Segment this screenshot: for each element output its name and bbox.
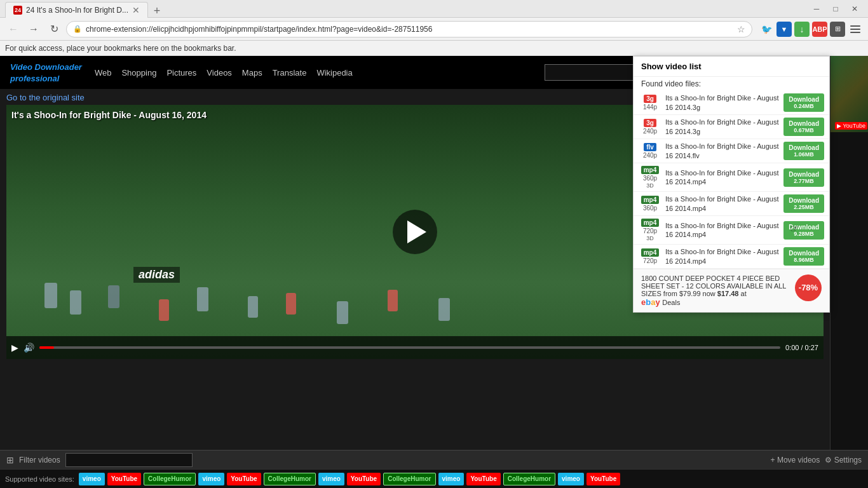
badge-vimeo-4: vimeo bbox=[438, 473, 465, 485]
tab-title: 24 It's a Shoo-In for Bright D... bbox=[26, 6, 128, 15]
panel-title: Show video list bbox=[634, 57, 829, 77]
reload-button[interactable]: ↻ bbox=[46, 21, 62, 37]
download-button-4[interactable]: Download2.77MB bbox=[783, 168, 824, 187]
forward-button[interactable]: → bbox=[25, 21, 42, 37]
twitter-icon[interactable]: 🐦 bbox=[759, 22, 774, 37]
nav-web[interactable]: Web bbox=[95, 68, 112, 78]
player-1 bbox=[44, 283, 57, 308]
tab-close-button[interactable]: ✕ bbox=[132, 5, 140, 15]
filename-2: Its a Shoo-In for Bright Dike - August 1… bbox=[665, 118, 780, 136]
player-8 bbox=[337, 301, 348, 324]
download-button-2[interactable]: Download0.67MB bbox=[783, 118, 824, 136]
play-control-button[interactable]: ▶ bbox=[11, 342, 18, 353]
filter-label: Filter videos bbox=[19, 456, 60, 464]
badge-college-3: CollegeHumor bbox=[383, 473, 435, 485]
thumb-bg bbox=[831, 56, 868, 132]
back-button[interactable]: ← bbox=[5, 21, 22, 37]
badge-college-1: CollegeHumor bbox=[144, 473, 196, 485]
nav-pictures[interactable]: Pictures bbox=[166, 68, 196, 78]
video-row: mp4 360p Its a Shoo-In for Bright Dike -… bbox=[634, 192, 829, 216]
video-title: It's a Shoo-In for Bright Dike - August … bbox=[11, 110, 207, 120]
minimize-button[interactable]: ─ bbox=[808, 3, 825, 15]
filter-input[interactable] bbox=[65, 453, 193, 467]
filename-6: Its a Shoo-In for Bright Dike - August 1… bbox=[665, 221, 780, 240]
move-videos-button[interactable]: + Move videos bbox=[771, 456, 820, 464]
site-logo: Video Downloader professional bbox=[10, 61, 82, 84]
format-3d-6: 3D bbox=[646, 235, 654, 241]
play-icon bbox=[407, 220, 426, 243]
extension-icon-1[interactable]: ▼ bbox=[776, 22, 792, 37]
logo-sub: professional bbox=[10, 74, 59, 83]
settings-button[interactable]: ⚙ Settings bbox=[825, 456, 862, 464]
titlebar: 24 24 It's a Shoo-In for Bright D... ✕ +… bbox=[0, 0, 868, 18]
supported-label: Supported video sites: bbox=[5, 475, 74, 483]
player-6 bbox=[248, 296, 258, 318]
format-type-7: mp4 bbox=[641, 248, 660, 257]
format-badge-2: 3g 240p bbox=[639, 119, 661, 135]
address-bar[interactable]: 🔒 chrome-extension://elicpjhcidhpjomhibi… bbox=[66, 21, 752, 37]
play-button[interactable] bbox=[393, 210, 437, 254]
format-type-4: mp4 bbox=[641, 166, 660, 174]
maximize-button[interactable]: □ bbox=[827, 3, 844, 15]
progress-bar[interactable] bbox=[39, 346, 780, 349]
chrome-menu-button[interactable] bbox=[848, 22, 863, 37]
player-9 bbox=[388, 290, 398, 311]
tab-favicon: 24 bbox=[13, 6, 22, 15]
format-res-1: 144p bbox=[643, 104, 657, 111]
nav-translate[interactable]: Translate bbox=[273, 68, 307, 78]
adblock-icon[interactable]: ABP bbox=[812, 22, 827, 37]
download-button-1[interactable]: Download0.24MB bbox=[783, 93, 824, 112]
active-tab[interactable]: 24 24 It's a Shoo-In for Bright D... ✕ bbox=[5, 2, 148, 18]
player-5 bbox=[197, 287, 208, 311]
video-row: mp4 720p 3D Its a Shoo-In for Bright Dik… bbox=[634, 216, 829, 245]
tab-bar: 24 24 It's a Shoo-In for Bright D... ✕ + bbox=[5, 0, 166, 18]
format-res-4: 360p bbox=[643, 175, 657, 182]
download-icon[interactable]: ↓ bbox=[794, 22, 810, 37]
nav-videos[interactable]: Videos bbox=[207, 68, 232, 78]
player-2 bbox=[70, 290, 81, 315]
video-row: mp4 360p 3D Its a Shoo-In for Bright Dik… bbox=[634, 163, 829, 192]
player-10 bbox=[438, 298, 450, 321]
filename-1: Its a Shoo-In for Bright Dike - August 1… bbox=[665, 93, 780, 112]
download-button-6[interactable]: Download9.28MB bbox=[783, 221, 824, 240]
format-type-3: flv bbox=[644, 143, 656, 151]
download-button-7[interactable]: Download8.96MB bbox=[783, 247, 824, 266]
close-button[interactable]: ✕ bbox=[846, 3, 863, 15]
format-badge-1: 3g 144p bbox=[639, 95, 661, 111]
format-badge-7: mp4 720p bbox=[639, 248, 661, 264]
extension-icon-2[interactable]: ⊞ bbox=[830, 22, 845, 37]
time-display: 0:00 / 0:27 bbox=[785, 344, 818, 351]
volume-button[interactable]: 🔊 bbox=[24, 342, 34, 353]
format-res-6: 720p bbox=[643, 227, 657, 234]
new-tab-button[interactable]: + bbox=[148, 5, 166, 18]
format-badge-6: mp4 720p 3D bbox=[639, 219, 661, 241]
badge-vimeo-5: vimeo bbox=[558, 473, 584, 485]
video-row: 3g 240p Its a Shoo-In for Bright Dike - … bbox=[634, 115, 829, 139]
grid-icon[interactable]: ⊞ bbox=[6, 455, 14, 465]
bookmark-star-icon[interactable]: ☆ bbox=[737, 24, 745, 34]
badge-youtube-1: YouTube bbox=[107, 473, 141, 485]
found-label: Found video files: bbox=[634, 77, 829, 91]
nav-maps[interactable]: Maps bbox=[242, 68, 262, 78]
ad-source: Deals bbox=[662, 299, 680, 306]
youtube-logo: ▶ YouTube bbox=[835, 122, 867, 130]
ebay-logo: ebay bbox=[641, 297, 662, 307]
download-button-5[interactable]: Download2.25MB bbox=[783, 194, 824, 213]
nav-wikipedia[interactable]: Wikipedia bbox=[316, 68, 352, 78]
thumbnail-image[interactable]: ▶ YouTube bbox=[831, 56, 868, 132]
badge-youtube-3: YouTube bbox=[347, 473, 381, 485]
player-3 bbox=[108, 285, 119, 308]
nav-shopping[interactable]: Shopping bbox=[121, 68, 156, 78]
badge-youtube-5: YouTube bbox=[587, 473, 620, 485]
download-button-3[interactable]: Download1.06MB bbox=[783, 142, 824, 160]
badge-vimeo-1: vimeo bbox=[79, 473, 105, 485]
ad-discount-badge: -78% bbox=[795, 274, 822, 301]
format-badge-4: mp4 360p 3D bbox=[639, 166, 661, 189]
toolbar-icons: 🐦 ▼ ↓ ABP ⊞ bbox=[759, 22, 863, 37]
format-res-5: 360p bbox=[643, 205, 657, 212]
format-type-6: mp4 bbox=[641, 219, 660, 227]
format-res-7: 720p bbox=[643, 257, 657, 264]
adidas-banner: adidas bbox=[133, 267, 180, 283]
video-row: flv 240p Its a Shoo-In for Bright Dike -… bbox=[634, 139, 829, 163]
format-type-1: 3g bbox=[644, 95, 656, 103]
